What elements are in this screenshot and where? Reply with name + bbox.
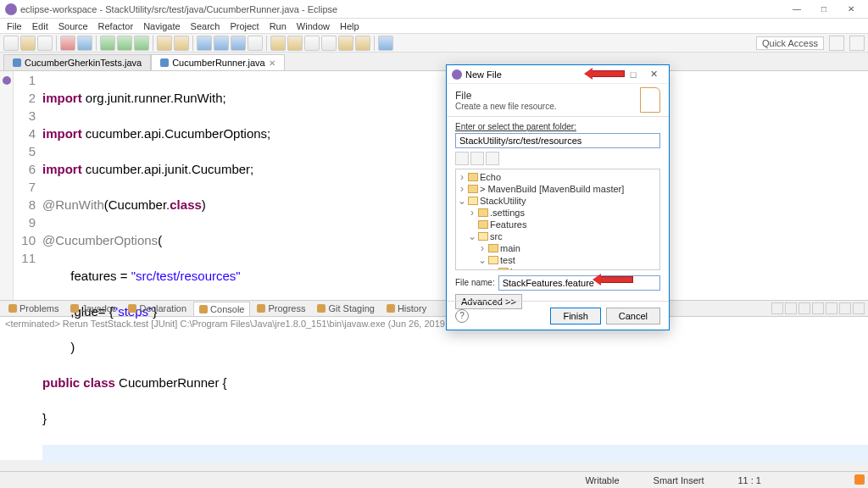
menu-help[interactable]: Help bbox=[335, 21, 364, 31]
dialog-close[interactable]: ✕ bbox=[643, 69, 664, 80]
menu-navigate[interactable]: Navigate bbox=[138, 21, 185, 31]
filename-input[interactable] bbox=[498, 275, 660, 291]
dialog-titlebar: New File — □ ✕ bbox=[447, 65, 669, 84]
dialog-header: File Create a new file resource. bbox=[447, 84, 669, 117]
help-button[interactable]: ? bbox=[455, 309, 469, 323]
problems-icon bbox=[8, 304, 17, 313]
history-icon bbox=[387, 304, 395, 313]
tb-nav2[interactable] bbox=[287, 36, 303, 51]
parent-folder-label: Enter or select the parent folder: bbox=[455, 122, 660, 131]
tb-run[interactable] bbox=[117, 36, 132, 51]
tb-nav1[interactable] bbox=[270, 36, 286, 51]
persp-open[interactable] bbox=[829, 36, 844, 51]
console-min[interactable] bbox=[839, 302, 851, 314]
menu-project[interactable]: Project bbox=[225, 21, 264, 31]
titlebar: eclipse-workspace - StackUtility/src/tes… bbox=[0, 0, 868, 19]
tab-javadoc[interactable]: Javadoc bbox=[65, 302, 121, 315]
folder-tree[interactable]: ›Echo ›> MavenBuild [MavenBuild master] … bbox=[455, 169, 660, 270]
eclipse-icon bbox=[452, 69, 462, 80]
declaration-icon bbox=[128, 304, 136, 313]
fwd-button[interactable] bbox=[486, 152, 499, 165]
git-icon bbox=[317, 304, 326, 313]
tb-newpkg[interactable] bbox=[157, 36, 172, 51]
cancel-button[interactable]: Cancel bbox=[606, 308, 660, 324]
console-pin[interactable] bbox=[798, 302, 810, 314]
menu-run[interactable]: Run bbox=[264, 21, 292, 31]
tab-console[interactable]: Console bbox=[193, 302, 250, 316]
java-icon bbox=[13, 58, 21, 67]
dialog-footer: ? Finish Cancel bbox=[447, 301, 669, 330]
code-editor[interactable]: 1234567891011 import org.junit.runner.Ru… bbox=[0, 71, 868, 300]
finish-button[interactable]: Finish bbox=[550, 308, 600, 324]
back-button[interactable] bbox=[470, 152, 484, 165]
tb-pin[interactable] bbox=[378, 36, 393, 51]
tb-debug[interactable] bbox=[100, 36, 115, 51]
dialog-subheading: Create a new file resource. bbox=[455, 102, 557, 111]
status-insert: Smart Insert bbox=[654, 475, 704, 485]
dialog-heading: File bbox=[455, 90, 557, 102]
tb-coverage[interactable] bbox=[134, 36, 149, 51]
tb-git[interactable] bbox=[197, 36, 212, 51]
tb-build[interactable] bbox=[77, 36, 92, 51]
console-clear[interactable] bbox=[771, 302, 783, 314]
console-open[interactable] bbox=[826, 302, 837, 314]
marker-icon bbox=[3, 76, 11, 85]
dialog-title: New File bbox=[465, 69, 603, 80]
overview-ruler bbox=[0, 71, 14, 300]
persp-java[interactable] bbox=[849, 36, 865, 51]
parent-folder-input[interactable] bbox=[455, 133, 660, 148]
new-file-dialog: New File — □ ✕ File Create a new file re… bbox=[446, 64, 670, 330]
tb-stop[interactable] bbox=[60, 36, 75, 51]
home-button[interactable] bbox=[455, 152, 469, 165]
dialog-body: Enter or select the parent folder: ›Echo… bbox=[447, 117, 669, 314]
status-bar: Writable Smart Insert 11 : 1 bbox=[0, 471, 868, 488]
menu-source[interactable]: Source bbox=[53, 21, 93, 31]
console-display[interactable] bbox=[812, 302, 824, 314]
tab-declaration[interactable]: Declaration bbox=[123, 302, 192, 315]
close-button[interactable]: ✕ bbox=[839, 2, 863, 17]
window-title: eclipse-workspace - StackUtility/src/tes… bbox=[20, 4, 785, 14]
console-icon bbox=[199, 305, 208, 313]
menu-file[interactable]: File bbox=[2, 21, 27, 31]
tab-label: CucumberRunner.java bbox=[172, 58, 264, 68]
eclipse-icon bbox=[5, 3, 17, 15]
tb-save[interactable] bbox=[20, 36, 36, 51]
tab-problems[interactable]: Problems bbox=[3, 302, 64, 315]
line-gutter: 1234567891011 bbox=[14, 71, 39, 300]
rss-icon[interactable] bbox=[854, 474, 865, 485]
tb-back[interactable] bbox=[338, 36, 353, 51]
tab-history[interactable]: History bbox=[381, 302, 431, 315]
editor-tabs: CucumberGherkinTests.java CucumberRunner… bbox=[0, 53, 868, 71]
tab-gitstaging[interactable]: Git Staging bbox=[312, 302, 379, 315]
toolbar: Quick Access bbox=[0, 34, 868, 53]
tab-runner[interactable]: CucumberRunner.java✕ bbox=[151, 54, 284, 70]
quick-access[interactable]: Quick Access bbox=[756, 36, 824, 50]
menu-refactor[interactable]: Refactor bbox=[93, 21, 139, 31]
tb-fwd[interactable] bbox=[355, 36, 370, 51]
dialog-maximize[interactable]: □ bbox=[623, 69, 643, 80]
progress-icon bbox=[257, 304, 265, 313]
tb-newclass[interactable] bbox=[174, 36, 189, 51]
tb-new[interactable] bbox=[3, 36, 19, 51]
tb-nav4[interactable] bbox=[321, 36, 337, 51]
close-icon[interactable]: ✕ bbox=[269, 58, 275, 68]
console-scroll[interactable] bbox=[785, 302, 797, 314]
tab-gherkin[interactable]: CucumberGherkinTests.java bbox=[3, 54, 151, 70]
file-icon bbox=[640, 87, 660, 113]
javadoc-icon bbox=[70, 304, 79, 313]
java-icon bbox=[160, 58, 169, 67]
tb-saveall[interactable] bbox=[37, 36, 53, 51]
maximize-button[interactable]: □ bbox=[812, 2, 836, 17]
minimize-button[interactable]: — bbox=[785, 2, 809, 17]
tb-git3[interactable] bbox=[231, 36, 246, 51]
menu-window[interactable]: Window bbox=[292, 21, 335, 31]
console-max[interactable] bbox=[853, 302, 865, 314]
menu-search[interactable]: Search bbox=[186, 21, 225, 31]
tb-git2[interactable] bbox=[214, 36, 229, 51]
tab-progress[interactable]: Progress bbox=[252, 302, 310, 315]
tb-nav3[interactable] bbox=[304, 36, 320, 51]
menu-bar: File Edit Source Refactor Navigate Searc… bbox=[0, 19, 868, 34]
filename-label: File name: bbox=[455, 278, 495, 287]
tb-search[interactable] bbox=[248, 36, 263, 51]
menu-edit[interactable]: Edit bbox=[27, 21, 53, 31]
